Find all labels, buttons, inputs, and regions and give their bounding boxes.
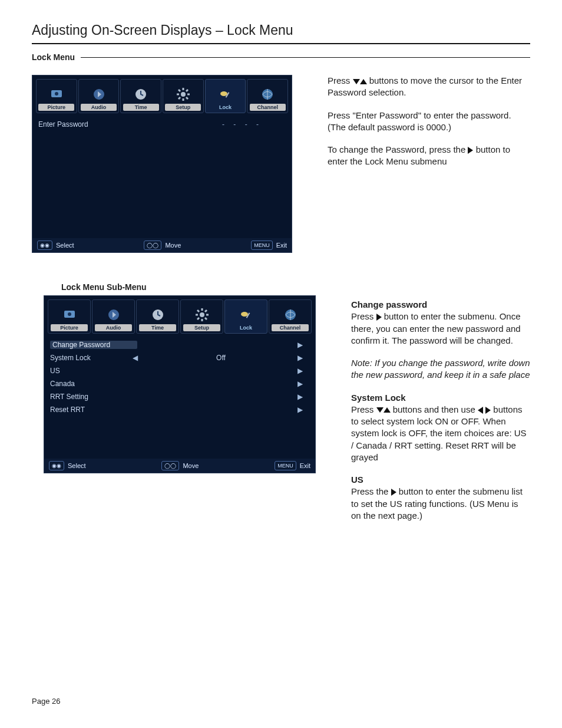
heading-rule (32, 43, 530, 44)
instruction-p3: To change the Password, press the button… (328, 144, 530, 168)
tab-setup: Setup (163, 79, 204, 113)
tab-label: Channel (250, 104, 286, 111)
down-arrow-icon (353, 79, 360, 84)
menu-item-label: Reset RRT (50, 406, 133, 414)
text: To change the Password, press the (328, 144, 468, 154)
svg-line-27 (197, 318, 199, 319)
footer-move: Move (165, 242, 181, 249)
menu-item: System Lock◀Off▶ (50, 351, 309, 364)
svg-point-13 (220, 91, 227, 96)
menu-item: Reset RRT▶ (50, 403, 309, 416)
text: Press (351, 404, 376, 414)
menu-item: RRT Setting▶ (50, 390, 309, 403)
right-arrow-icon: ▶ (297, 341, 309, 349)
tab-lock: Lock (224, 299, 267, 334)
instruction-p1: Press buttons to move the cursor to the … (328, 75, 530, 99)
right-arrow-icon: ▶ (297, 354, 309, 362)
section-heading-text: Lock Menu (32, 52, 75, 62)
footer-select: Select (56, 242, 74, 249)
caption-submenu: Lock Menu Sub-Menu (61, 282, 530, 292)
tab-label: Time (123, 104, 159, 111)
setup-icon (175, 86, 191, 103)
menu-item-label: Change Password (50, 341, 137, 349)
right-arrow-icon (485, 407, 491, 414)
picture-icon (61, 307, 78, 323)
move-key-icon: ◯◯ (161, 461, 179, 470)
menu-item-label: RRT Setting (50, 393, 133, 401)
change-password-block: Change password Press button to enter th… (351, 299, 530, 347)
tab-time: Time (136, 299, 179, 334)
menu-item-label: Canada (50, 380, 133, 388)
tab-label: Time (139, 324, 177, 331)
tab-channel: Channel (269, 299, 312, 334)
tab-lock: Lock (205, 79, 246, 113)
osd-screenshot-lock-submenu: PictureAudioTimeSetupLockChannel Change … (44, 295, 316, 473)
menu-item: Change Password▶ (50, 338, 309, 351)
svg-point-1 (55, 92, 58, 95)
menu-key-icon: MENU (275, 461, 296, 470)
tab-label: Setup (165, 104, 201, 111)
text: buttons and then use (391, 404, 478, 414)
svg-line-26 (205, 318, 207, 319)
svg-line-11 (178, 97, 180, 99)
svg-point-20 (200, 312, 204, 317)
system-lock-block: System Lock Press buttons and then use b… (351, 392, 530, 464)
lock-icon (217, 86, 234, 103)
menu-item-label: US (50, 367, 133, 375)
svg-line-25 (197, 310, 199, 312)
lock-icon (238, 307, 254, 323)
svg-point-4 (181, 92, 186, 97)
left-arrow-icon (478, 407, 483, 414)
svg-line-28 (205, 310, 207, 312)
osd-screenshot-lock-menu: PictureAudioTimeSetupLockChannel Enter P… (32, 75, 292, 253)
footer-exit: Exit (276, 242, 287, 249)
tab-label: Picture (38, 104, 74, 111)
password-dashes: - - - - (222, 120, 262, 129)
tab-audio: Audio (92, 299, 135, 334)
select-key-icon: ◉◉ (37, 241, 52, 250)
menu-item-label: System Lock (50, 354, 133, 362)
svg-line-9 (178, 90, 180, 91)
tab-audio: Audio (78, 79, 120, 113)
up-arrow-icon (360, 79, 367, 84)
menu-item-value: Off (144, 354, 297, 362)
tab-time: Time (120, 79, 161, 113)
tab-label: Audio (81, 104, 117, 111)
right-arrow-icon: ▶ (297, 367, 309, 375)
tab-label: Channel (272, 324, 309, 331)
svg-line-12 (186, 90, 188, 91)
tab-channel: Channel (247, 79, 288, 113)
right-arrow-icon: ▶ (297, 393, 309, 401)
svg-line-10 (186, 97, 188, 99)
us-block: US Press the button to enter the submenu… (351, 474, 530, 522)
left-arrow-icon: ◀ (133, 354, 144, 362)
tab-label: Picture (51, 324, 88, 331)
select-key-icon: ◉◉ (49, 461, 64, 470)
footer-exit: Exit (300, 462, 310, 469)
picture-icon (48, 86, 65, 103)
section-heading-rule (81, 57, 530, 58)
setup-icon (194, 307, 210, 323)
channel-icon (259, 86, 276, 103)
footer-move: Move (183, 462, 199, 469)
note: Note: If you change the password, write … (351, 357, 530, 381)
menu-item: US▶ (50, 364, 309, 377)
footer-select: Select (68, 462, 86, 469)
tab-label: Lock (207, 104, 243, 111)
time-icon (150, 307, 166, 323)
tab-setup: Setup (180, 299, 223, 334)
move-key-icon: ◯◯ (144, 241, 161, 250)
heading-change-password: Change password (351, 299, 427, 309)
right-arrow-icon: ▶ (297, 380, 309, 388)
up-arrow-icon (384, 407, 391, 413)
menu-key-icon: MENU (251, 241, 273, 250)
text: Press (351, 311, 376, 321)
section-heading: Lock Menu (32, 52, 530, 62)
instruction-p2: Press "Enter Password" to enter the pass… (328, 110, 530, 134)
time-icon (133, 86, 149, 103)
page-number: Page 26 (32, 697, 60, 706)
audio-icon (91, 86, 107, 103)
tab-label: Setup (183, 324, 221, 331)
tab-label: Audio (95, 324, 133, 331)
right-arrow-icon (391, 489, 396, 496)
